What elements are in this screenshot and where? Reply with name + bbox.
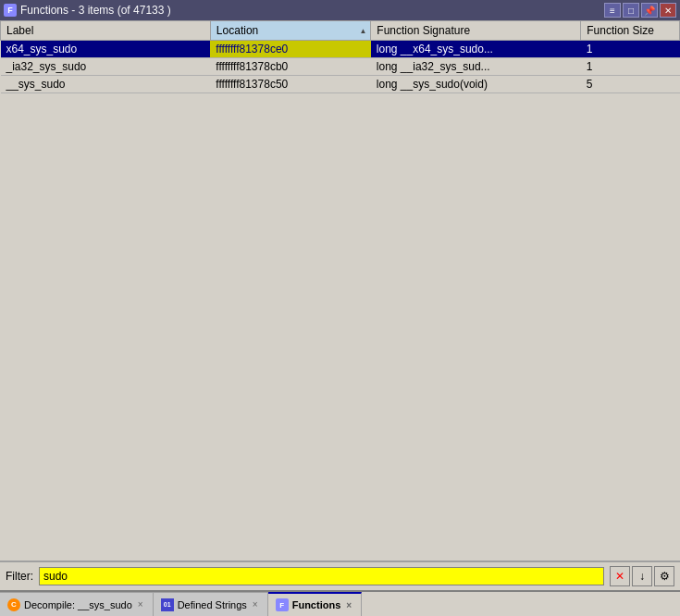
cell-location: ffffffff81378cb0 [210,58,370,76]
tab-close-strings[interactable]: × [251,599,260,610]
tab-close-functions[interactable]: × [344,600,353,610]
filter-options-button[interactable]: ⚙ [654,566,674,586]
sort-arrow-icon: ▲ [359,27,366,35]
tab-bar: CDecompile: __sys_sudo×01Defined Strings… [0,590,680,616]
filter-label: Filter: [6,570,33,583]
table-header-row: Label Location ▲ Function Signature Func… [1,21,680,41]
col-header-location[interactable]: Location ▲ [210,21,370,41]
col-header-label[interactable]: Label [1,21,211,41]
filter-bar: Filter: ✕ ↓ ⚙ [0,561,680,590]
window-title: Functions - 3 items (of 47133 ) [20,4,171,17]
table-container[interactable]: Label Location ▲ Function Signature Func… [0,20,680,561]
cell-location: ffffffff81378ce0 [210,41,370,58]
tab-label-functions: Functions [292,599,341,610]
cell-label: _ia32_sys_sudo [1,58,211,76]
menu-button[interactable]: ≡ [604,3,621,18]
cell-size: 1 [581,58,680,76]
tab-label-strings: Defined Strings [178,599,247,610]
tab-label-decompile: Decompile: __sys_sudo [24,599,132,610]
tab-close-decompile[interactable]: × [136,599,145,610]
col-header-signature[interactable]: Function Signature [371,21,581,41]
table-row[interactable]: _ia32_sys_sudoffffffff81378cb0long __ia3… [1,58,680,76]
window-controls: ≡ □ 📌 ✕ [604,3,676,18]
cell-signature: long __sys_sudo(void) [371,76,581,93]
filter-clear-button[interactable]: ✕ [610,566,630,586]
cell-label: x64_sys_sudo [1,41,211,58]
main-content: Label Location ▲ Function Signature Func… [0,20,680,590]
cell-signature: long __ia32_sys_sud... [371,58,581,76]
close-button[interactable]: ✕ [660,3,676,18]
cell-size: 1 [581,41,680,58]
cell-size: 5 [581,76,680,93]
tab-strings[interactable]: 01Defined Strings× [154,592,268,616]
strings-icon: 01 [161,598,174,611]
cell-label: __sys_sudo [1,76,211,93]
window-icon: F [4,4,17,17]
table-row[interactable]: x64_sys_sudoffffffff81378ce0long __x64_s… [1,41,680,58]
tab-functions[interactable]: FFunctions× [268,592,362,616]
cell-signature: long __x64_sys_sudo... [371,41,581,58]
decompile-icon: C [7,598,20,611]
functions-table: Label Location ▲ Function Signature Func… [0,20,680,93]
filter-history-button[interactable]: ↓ [632,566,652,586]
pin-button[interactable]: 📌 [641,3,658,18]
filter-input[interactable] [39,567,604,585]
col-header-size[interactable]: Function Size [581,21,680,41]
title-bar: F Functions - 3 items (of 47133 ) ≡ □ 📌 … [0,0,680,20]
float-button[interactable]: □ [623,3,639,18]
functions-icon: F [276,598,289,611]
cell-location: ffffffff81378c50 [210,76,370,93]
table-row[interactable]: __sys_sudoffffffff81378c50long __sys_sud… [1,76,680,93]
tab-decompile[interactable]: CDecompile: __sys_sudo× [0,592,154,616]
